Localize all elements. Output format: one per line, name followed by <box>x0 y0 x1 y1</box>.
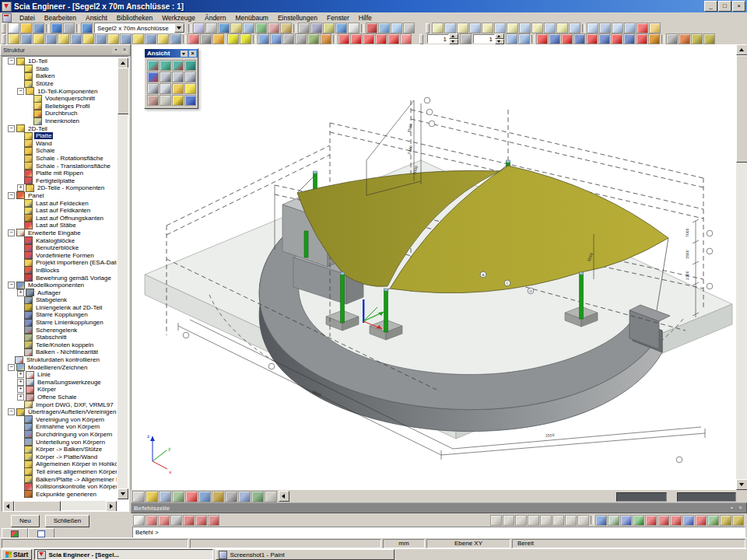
collapse-icon[interactable]: − <box>8 364 15 371</box>
toolbar-grip[interactable] <box>2 34 5 44</box>
snap-cross-off-icon[interactable] <box>528 515 539 526</box>
tree-item[interactable]: Teil eines allgemeinen Körpers zu Ba <box>3 468 117 476</box>
profile-tool-icon[interactable] <box>145 33 156 44</box>
level-up-icon[interactable] <box>460 33 472 44</box>
snap-ortho-icon[interactable] <box>620 515 632 526</box>
view-axo-icon[interactable] <box>147 60 159 71</box>
snap-tangent-icon[interactable] <box>695 515 707 526</box>
menu-bearbeiten[interactable]: Bearbeiten <box>40 14 81 22</box>
scroll-left-icon[interactable] <box>3 501 14 512</box>
3d-model-canvas[interactable]: z y x 3500230070007000350023003550855035… <box>131 44 737 490</box>
render-option-icon[interactable] <box>212 491 224 502</box>
tree-item-label[interactable]: Platte mit Rippen <box>34 170 85 177</box>
spinner-up-icon[interactable] <box>495 33 504 39</box>
redo-icon[interactable] <box>63 23 75 33</box>
node-plate-icon[interactable] <box>586 33 598 44</box>
gallery-icon[interactable] <box>255 23 267 33</box>
copy-drawing-icon[interactable] <box>193 23 205 33</box>
scroll-up-icon[interactable] <box>736 44 747 55</box>
flag-marker-icon[interactable] <box>185 491 198 502</box>
mirror-icon[interactable] <box>295 33 307 44</box>
layout-section-icon[interactable] <box>494 23 506 33</box>
tree-item[interactable]: Vereinigung von Körpern <box>3 416 117 424</box>
viewport-vscroll-thumb[interactable] <box>736 55 747 163</box>
column-tool-icon[interactable] <box>20 33 32 44</box>
tree-item-label[interactable]: Kollisionskontrolle von Körpern <box>34 483 117 490</box>
tree-item-label[interactable]: Benutzerblöcke <box>34 244 80 251</box>
spinner-down-icon[interactable] <box>495 39 504 44</box>
layer-option-icon[interactable] <box>251 491 264 502</box>
start-button[interactable]: Start <box>2 549 32 560</box>
opening-tool-icon[interactable] <box>95 33 107 44</box>
tree-item[interactable]: +Bemaßungswerkzeuge <box>3 379 117 387</box>
new-button[interactable]: Neu <box>11 515 40 527</box>
clipping-box-icon[interactable] <box>147 95 159 106</box>
support-icon[interactable] <box>200 33 212 44</box>
node-stiffener-icon[interactable] <box>598 33 610 44</box>
tree-item[interactable]: Katalogblöcke <box>3 236 117 244</box>
tree-item-label[interactable]: Durchbruch <box>44 110 79 117</box>
zoom-in-icon[interactable] <box>160 72 171 82</box>
tree-item-label[interactable]: Vereinigung von Körpern <box>34 416 106 423</box>
new-document-icon[interactable] <box>8 23 19 33</box>
layer-spinner-input[interactable] <box>473 34 495 44</box>
redo-line-icon[interactable] <box>183 515 195 526</box>
tree-item-label[interactable]: 1D-Teil-Komponenten <box>36 88 99 95</box>
dimension-style-icon[interactable] <box>198 491 211 502</box>
beam-tool-icon[interactable] <box>8 33 19 44</box>
pin-icon[interactable]: ▪ <box>112 47 120 54</box>
view-panel-titlebar[interactable]: Ansicht × <box>145 49 198 58</box>
tree-item-label[interactable]: Offene Schale <box>36 394 79 401</box>
tree-item[interactable]: Schale - Translationsfläche <box>3 162 117 170</box>
node-tool-icon[interactable] <box>107 33 119 44</box>
tree-item[interactable]: Allgemeinen Körper in Hohlkörper <box>3 460 117 468</box>
tree-item-label[interactable]: Voutenquerschnitt <box>44 95 96 102</box>
tree-item[interactable]: Benutzerblöcke <box>3 244 117 252</box>
folder-add-icon[interactable] <box>649 23 661 33</box>
axonometry-view-icon[interactable] <box>159 491 171 502</box>
wireframe-cube-icon[interactable] <box>132 491 145 502</box>
tree-item-label[interactable]: Platte <box>34 132 53 139</box>
plane-select-icon[interactable] <box>518 33 530 44</box>
tree-item-label[interactable]: Strukturdaten kontrollieren <box>25 356 101 363</box>
tree-item-label[interactable]: Stabgelenk <box>34 296 68 303</box>
tree-item-label[interactable]: Scherengelenk <box>34 327 79 334</box>
tree-item[interactable]: −1D-Teil-Komponenten <box>3 87 117 95</box>
tree-item-label[interactable]: Balken <box>34 72 56 79</box>
snap-column-icon[interactable] <box>170 33 181 44</box>
zoom-out-icon[interactable] <box>172 72 184 82</box>
draw-grid-icon[interactable] <box>400 33 412 44</box>
snap-perp-off-icon[interactable] <box>552 515 564 526</box>
tree-item-label[interactable]: Schale - Translationsfläche <box>34 163 112 170</box>
tree-item-label[interactable]: Bemaßungswerkzeuge <box>36 379 103 386</box>
tree-item[interactable]: Liniengelenk auf 2D-Teil <box>3 304 117 312</box>
taskbar-item-paint[interactable]: Screenshot1 - Paint <box>216 549 395 560</box>
menu-aendern[interactable]: Ändern <box>200 14 230 22</box>
node-expand-icon[interactable] <box>648 33 660 44</box>
load-case-icon[interactable] <box>212 33 224 44</box>
inactive-option-icon[interactable] <box>265 491 277 502</box>
snap-beam-icon[interactable] <box>157 33 169 44</box>
layout-plan-icon[interactable] <box>432 23 444 33</box>
tree-item-label[interactable]: Allgemeinen Körper in Hohlkörper <box>34 460 117 467</box>
tree-item[interactable]: Balken/Platte -> Allgemeiner Körper <box>3 475 117 483</box>
tree-item-label[interactable]: Projekt importieren (ESA-Datei) <box>34 259 117 266</box>
activity-spinner[interactable] <box>427 33 458 44</box>
dropdown-icon[interactable] <box>181 51 188 57</box>
tree-item[interactable]: Beliebiges Profil <box>3 103 117 110</box>
snap-tan-off-icon[interactable] <box>565 515 577 526</box>
scale-icon[interactable] <box>282 33 294 44</box>
light-bulb-icon[interactable] <box>184 83 196 94</box>
cut-icon[interactable] <box>230 23 242 33</box>
layout-side-icon[interactable] <box>457 23 468 33</box>
tree-item[interactable]: Kollisionskontrolle von Körpern <box>3 483 117 491</box>
draw-circle-icon[interactable] <box>375 33 387 44</box>
snap-cursor-icon[interactable] <box>595 515 607 526</box>
layer-spinner[interactable] <box>473 33 504 44</box>
tree-item-label[interactable]: Stütze <box>34 80 55 87</box>
delete-view-icon[interactable] <box>637 23 648 33</box>
tree-item-label[interactable]: Schale - Rotationsfläche <box>34 155 105 162</box>
snap-intersection-icon[interactable] <box>670 515 682 526</box>
tree-item-label[interactable]: Wand <box>34 140 54 147</box>
snap-near-off-icon[interactable] <box>577 515 589 526</box>
